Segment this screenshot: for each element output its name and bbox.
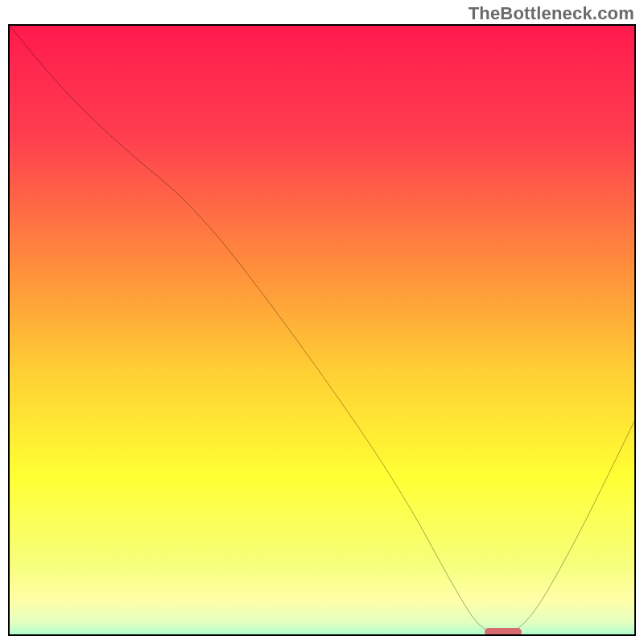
bottleneck-curve xyxy=(10,26,634,634)
watermark-text: TheBottleneck.com xyxy=(469,3,634,24)
optimal-range-marker xyxy=(485,628,522,636)
chart-frame xyxy=(8,24,636,636)
